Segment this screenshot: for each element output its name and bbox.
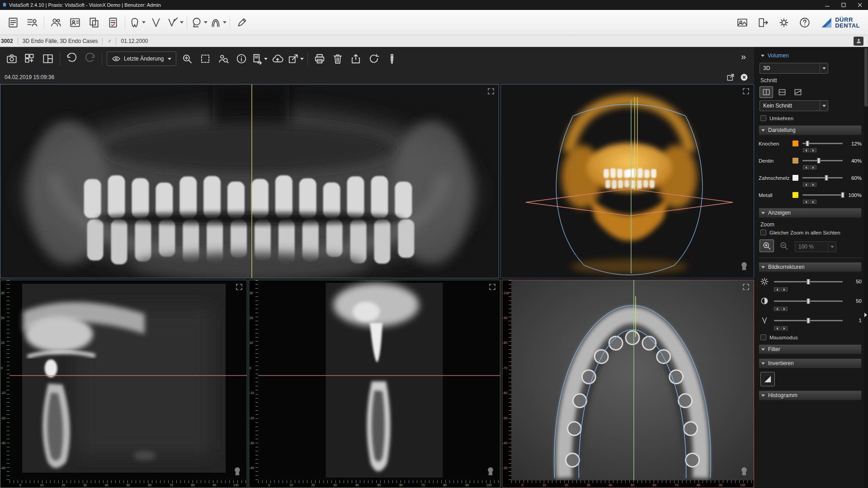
ceph-button[interactable]: [189, 13, 208, 33]
redo-button[interactable]: [81, 50, 99, 68]
document-status-button[interactable]: [104, 13, 123, 33]
logout-button[interactable]: [754, 13, 773, 33]
zoom-level-select[interactable]: 100 %: [795, 241, 836, 252]
slider-steppers[interactable]: [803, 165, 862, 169]
patient-session-icon[interactable]: [854, 37, 863, 46]
slider-steppers[interactable]: [803, 183, 862, 187]
opacity-slider[interactable]: [802, 194, 843, 196]
slider-thumb[interactable]: [807, 279, 810, 285]
intraoral-button[interactable]: [146, 13, 165, 33]
panel-sagittal-2[interactable]: 3020100-10-20-30-40 01020304050607080901…: [249, 280, 500, 488]
panel-3d-volume[interactable]: [500, 84, 754, 278]
gamma-slider[interactable]: [774, 320, 843, 321]
panel-axial[interactable]: -100-90-80-70-60-50-40-30 01020304050607…: [502, 280, 754, 488]
slice-vertical-button[interactable]: [760, 86, 773, 98]
share-button[interactable]: [347, 50, 365, 68]
slider-thumb[interactable]: [817, 158, 820, 164]
zoom-out-button[interactable]: [777, 239, 791, 252]
invert-button[interactable]: [760, 372, 775, 386]
slider-thumb[interactable]: [841, 192, 844, 198]
slider-thumb[interactable]: [807, 318, 810, 324]
opacity-slider[interactable]: [802, 160, 843, 161]
transfer-button[interactable]: [85, 13, 104, 33]
info-button[interactable]: [232, 50, 250, 68]
tooth-menu-button[interactable]: [127, 13, 146, 33]
close-view-icon[interactable]: [740, 73, 749, 82]
umkehren-checkbox[interactable]: Umkehren: [760, 115, 862, 121]
add-view-button[interactable]: [21, 50, 39, 68]
slice-horizontal-button[interactable]: [775, 86, 789, 98]
pen-button[interactable]: [232, 13, 251, 33]
opacity-slider[interactable]: [802, 177, 843, 178]
orientation-head-icon[interactable]: [739, 466, 749, 479]
slider-thumb[interactable]: [807, 298, 810, 304]
minimize-button[interactable]: [819, 0, 835, 10]
fullscreen-icon[interactable]: [742, 87, 750, 97]
patient-search-button[interactable]: [214, 50, 232, 68]
report-export-button[interactable]: [250, 50, 269, 68]
slider-steppers[interactable]: [803, 148, 862, 152]
color-swatch[interactable]: [792, 174, 799, 181]
slider-thumb[interactable]: [825, 175, 828, 181]
export-view-button[interactable]: [287, 50, 305, 68]
fullscreen-icon[interactable]: [487, 87, 495, 97]
implant-tool-button[interactable]: [383, 50, 401, 68]
sync-button[interactable]: [365, 50, 383, 68]
scrollbar-thumb[interactable]: [864, 48, 868, 107]
layout-button[interactable]: [39, 50, 57, 68]
slider-steppers[interactable]: [774, 307, 862, 311]
sidebar-scrollbar[interactable]: [864, 47, 868, 488]
worklist-button[interactable]: [23, 13, 42, 33]
cloud-button[interactable]: [269, 50, 287, 68]
print-button[interactable]: [311, 50, 329, 68]
popout-icon[interactable]: [726, 73, 735, 82]
same-zoom-checkbox[interactable]: Gleicher Zoom in allen Sichten: [760, 230, 862, 235]
orientation-head-icon[interactable]: [232, 466, 242, 479]
orientation-head-icon[interactable]: [486, 466, 495, 479]
zoom-in-button[interactable]: [760, 239, 774, 252]
close-button[interactable]: [852, 0, 868, 10]
section-darstellung[interactable]: Darstellung: [759, 125, 862, 135]
fullscreen-icon[interactable]: [742, 283, 750, 293]
patient-name[interactable]: 3D Endo Fälle, 3D Endo Cases: [23, 38, 98, 44]
slider-steppers[interactable]: [774, 287, 862, 291]
volume-mode-select[interactable]: 3D: [760, 63, 828, 74]
jaw-volume-button[interactable]: [208, 13, 227, 33]
panel-collapse-arrow[interactable]: [864, 313, 867, 317]
section-bildkorrekturen[interactable]: Bildkorrekturen: [759, 262, 862, 272]
intraoral-angle-button[interactable]: [165, 13, 184, 33]
slice-oblique-button[interactable]: [791, 86, 805, 98]
media-import-button[interactable]: [733, 13, 752, 33]
maximize-button[interactable]: [835, 0, 852, 10]
orientation-head-icon[interactable]: [739, 261, 749, 273]
last-change-dropdown[interactable]: Letzte Änderung: [107, 52, 176, 66]
color-swatch[interactable]: [792, 157, 799, 164]
magnify-button[interactable]: [178, 50, 196, 68]
patient-card-button[interactable]: [66, 13, 85, 33]
opacity-slider[interactable]: [802, 143, 843, 144]
patients-button[interactable]: [47, 13, 66, 33]
section-anzeigen[interactable]: Anzeigen: [759, 208, 862, 218]
panel-sagittal-1[interactable]: 3020100-10-20-30-40 01020304050607080901…: [0, 280, 247, 488]
settings-button[interactable]: [774, 13, 793, 33]
section-histogramm[interactable]: Histogramm: [759, 390, 862, 400]
selection-button[interactable]: [196, 50, 214, 68]
help-button[interactable]: [795, 13, 814, 33]
color-swatch[interactable]: [792, 140, 799, 147]
brightness-slider[interactable]: [774, 281, 843, 282]
panel-panoramic[interactable]: [0, 84, 499, 278]
fullscreen-icon[interactable]: [488, 283, 496, 293]
acquire-image-button[interactable]: [3, 50, 21, 68]
contrast-slider[interactable]: [774, 300, 843, 302]
section-volumen[interactable]: Volumen: [759, 51, 862, 61]
undo-button[interactable]: [63, 50, 81, 68]
section-filter[interactable]: Filter: [759, 344, 862, 354]
mausmodus-checkbox[interactable]: Mausmodus: [760, 334, 862, 340]
more-tools-button[interactable]: »: [741, 52, 746, 62]
fullscreen-icon[interactable]: [235, 283, 243, 293]
color-swatch[interactable]: [792, 192, 799, 198]
slice-select[interactable]: Kein Schnitt: [760, 100, 828, 111]
slider-thumb[interactable]: [806, 141, 809, 146]
section-invertieren[interactable]: Invertieren: [759, 358, 862, 368]
delete-button[interactable]: [329, 50, 347, 68]
